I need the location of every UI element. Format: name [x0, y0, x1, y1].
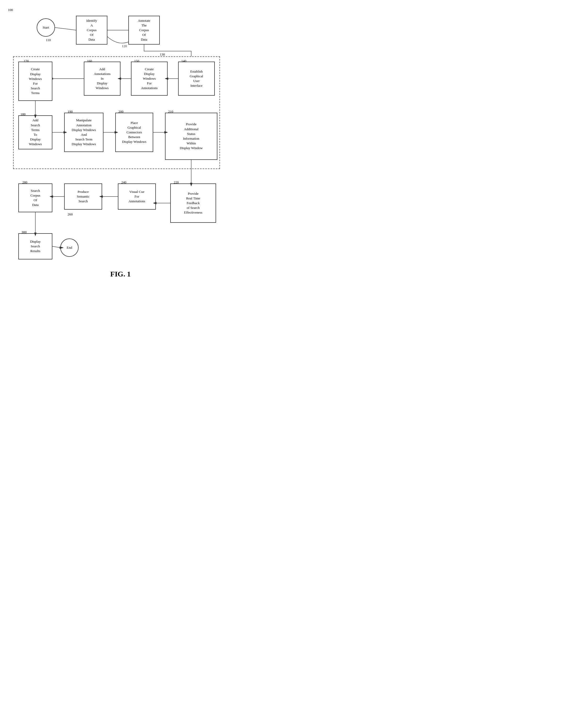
- create-annot-box: CreateDisplayWindowsForAnnotations: [131, 61, 168, 96]
- ref-240: 240: [121, 180, 127, 184]
- svg-line-27: [52, 246, 60, 248]
- provide-status-box: ProvideAdditionalStatusInformationWithin…: [165, 113, 217, 160]
- ref-140: 140: [181, 59, 187, 63]
- ref-180: 180: [21, 112, 26, 116]
- end-circle: End: [60, 238, 79, 257]
- annotate-label: AnnotateTheCorpusOfData: [138, 18, 150, 42]
- ref-260: 260: [67, 212, 73, 216]
- ref-160: 160: [87, 59, 92, 63]
- add-annot-label: AddAnnotationsInDisplayWindows: [94, 67, 111, 91]
- manipulate-label: ManipulateAnnotationDisplay WindowsAndSe…: [72, 118, 96, 147]
- establish-label: EstablishGraphicalUserInterface: [190, 69, 203, 88]
- ref-210: 210: [168, 109, 173, 114]
- place-label: PlaceGraphicalConnectorsBetweenDisplay W…: [122, 121, 146, 145]
- place-box: PlaceGraphicalConnectorsBetweenDisplay W…: [115, 113, 153, 152]
- visual-cue-label: Visual CueForAnnotations: [129, 189, 145, 204]
- create-search-label: CreateDisplayWindowsForSearchTerms: [29, 67, 42, 95]
- produce-box: ProduceSemanticSearch: [64, 183, 102, 210]
- provide-rt-label: ProvideReal TimeFeedbackof SearchEffecti…: [184, 191, 202, 215]
- ref-150: 150: [134, 59, 139, 63]
- flowchart-diagram: 100 Start 110 IdentifyACorpusOfData Anno…: [5, 5, 230, 293]
- ref-300: 300: [22, 230, 27, 234]
- visual-cue-box: Visual CueForAnnotations: [118, 183, 156, 210]
- manipulate-box: ManipulateAnnotationDisplay WindowsAndSe…: [64, 113, 104, 152]
- search-corpus-box: SearchCorpusOfData: [18, 183, 52, 212]
- identify-box: IdentifyACorpusOfData: [76, 16, 107, 45]
- create-search-box: CreateDisplayWindowsForSearchTerms: [18, 61, 52, 101]
- provide-status-label: ProvideAdditionalStatusInformationWithin…: [180, 122, 203, 150]
- identify-label: IdentifyACorpusOfData: [86, 18, 97, 42]
- display-box: DisplaySearchResults: [18, 233, 52, 259]
- ref-110: 110: [46, 38, 51, 42]
- display-label: DisplaySearchResults: [30, 239, 40, 254]
- establish-box: EstablishGraphicalUserInterface: [178, 61, 215, 96]
- end-label: End: [67, 245, 72, 250]
- add-search-label: AddSearchTermsToDisplayWindows: [29, 118, 42, 147]
- provide-rt-box: ProvideReal TimeFeedbackof SearchEffecti…: [170, 183, 216, 223]
- ref-130: 130: [160, 52, 165, 57]
- create-annot-label: CreateDisplayWindowsForAnnotations: [141, 67, 158, 91]
- fig-label: FIG. 1: [94, 270, 147, 278]
- start-circle: Start: [37, 18, 55, 37]
- annotate-box: AnnotateTheCorpusOfData: [128, 16, 160, 45]
- produce-label: ProduceSemanticSearch: [77, 189, 89, 204]
- ref-220: 220: [174, 180, 179, 184]
- ref-200: 200: [118, 109, 123, 114]
- add-annot-box: AddAnnotationsInDisplayWindows: [84, 61, 120, 96]
- svg-line-0: [55, 27, 76, 30]
- add-search-box: AddSearchTermsToDisplayWindows: [18, 115, 52, 149]
- ref-190: 190: [67, 109, 73, 114]
- ref-170: 170: [24, 59, 29, 63]
- svg-text:120: 120: [122, 44, 127, 48]
- start-label: Start: [43, 25, 49, 30]
- search-corpus-label: SearchCorpusOfData: [30, 188, 40, 208]
- ref-280: 280: [22, 180, 28, 184]
- ref-100: 100: [8, 8, 13, 12]
